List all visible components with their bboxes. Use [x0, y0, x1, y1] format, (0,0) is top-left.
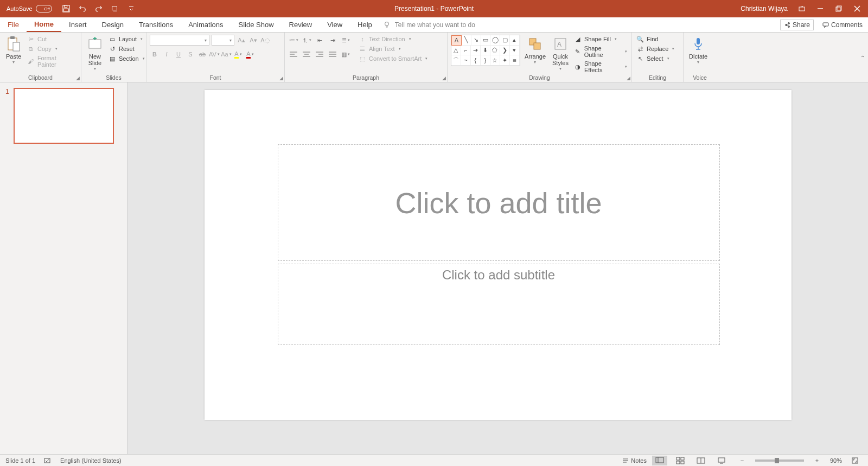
zoom-out-button[interactable]: −: [735, 456, 750, 465]
zoom-in-button[interactable]: +: [809, 456, 825, 465]
clear-formatting-icon[interactable]: A◌: [260, 35, 270, 46]
zoom-slider[interactable]: [755, 459, 804, 462]
justify-button[interactable]: [327, 49, 338, 60]
save-icon[interactable]: [62, 4, 71, 13]
strikethrough-button[interactable]: ab: [197, 49, 207, 60]
increase-font-icon[interactable]: A▴: [237, 35, 246, 46]
shape-textbox-icon[interactable]: A: [451, 35, 462, 46]
decrease-indent-button[interactable]: ⇤: [314, 35, 325, 46]
slide-canvas-area[interactable]: Click to add title Click to add subtitle: [127, 82, 868, 454]
redo-icon[interactable]: [94, 4, 103, 13]
shadow-button[interactable]: S: [186, 49, 195, 60]
italic-button[interactable]: I: [162, 49, 171, 60]
shape-arrowdown-icon[interactable]: ⬇: [481, 46, 490, 56]
shape-pentagon-icon[interactable]: ⬠: [490, 46, 500, 56]
slide-thumbnail[interactable]: [14, 88, 114, 144]
notes-button[interactable]: Notes: [622, 457, 647, 464]
dialog-launcher-icon[interactable]: ◢: [76, 75, 80, 81]
shape-line-icon[interactable]: ╲: [462, 35, 471, 46]
align-right-button[interactable]: [314, 49, 325, 60]
share-button[interactable]: Share: [780, 20, 814, 30]
numbering-button[interactable]: ⒈▾: [301, 35, 312, 46]
columns-button[interactable]: ▥▾: [340, 49, 351, 60]
quick-styles-button[interactable]: A Quick Styles▾: [550, 35, 571, 72]
shape-lshape-icon[interactable]: ⌐: [461, 46, 471, 56]
format-painter-button[interactable]: 🖌 Format Painter: [26, 54, 78, 68]
align-left-button[interactable]: [288, 49, 299, 60]
collapse-ribbon-icon[interactable]: ⌃: [860, 54, 865, 60]
tab-animations[interactable]: Animations: [181, 17, 231, 32]
bullets-button[interactable]: ≔▾: [288, 35, 299, 46]
underline-button[interactable]: U: [174, 49, 183, 60]
fit-to-window-icon[interactable]: [847, 456, 863, 465]
tab-help[interactable]: Help: [350, 17, 380, 32]
comments-button[interactable]: Comments: [822, 21, 863, 29]
slide-position[interactable]: Slide 1 of 1: [5, 457, 35, 464]
user-name[interactable]: Christian Wijaya: [741, 5, 788, 12]
shape-triangle-icon[interactable]: △: [451, 46, 461, 56]
spellcheck-icon[interactable]: [44, 457, 52, 464]
reading-view-icon[interactable]: [693, 456, 709, 465]
new-slide-button[interactable]: New Slide ▾: [85, 35, 105, 72]
slideshow-view-icon[interactable]: [714, 456, 729, 465]
dictate-button[interactable]: Dictate▾: [687, 35, 710, 66]
gallery-up-icon[interactable]: ▴: [510, 35, 520, 46]
select-button[interactable]: ↖Select▾: [635, 54, 675, 63]
dialog-launcher-icon[interactable]: ◢: [279, 75, 283, 81]
autosave-toggle[interactable]: AutoSave Off: [7, 5, 52, 12]
undo-icon[interactable]: [78, 4, 87, 13]
copy-button[interactable]: ⧉ Copy▾: [26, 44, 78, 53]
smartart-button[interactable]: ⬚Convert to SmartArt▾: [358, 54, 429, 63]
start-from-beginning-icon[interactable]: [111, 4, 119, 13]
gallery-more-icon[interactable]: ≡: [510, 55, 520, 66]
slide-sorter-view-icon[interactable]: [673, 456, 688, 465]
shape-roundrect-icon[interactable]: ▢: [500, 35, 510, 46]
shape-effects-button[interactable]: ◑Shape Effects▾: [573, 60, 628, 74]
align-text-button[interactable]: ☰Align Text▾: [358, 44, 429, 53]
shapes-gallery[interactable]: A ╲ ↘ ▭ ◯ ▢ ▴ △ ⌐ ➔ ⬇ ⬠ ❯ ▾: [451, 35, 520, 66]
font-name-input[interactable]: ▾: [150, 35, 209, 46]
text-direction-button[interactable]: ↕Text Direction▾: [358, 35, 429, 43]
shape-oval-icon[interactable]: ◯: [490, 35, 500, 46]
title-placeholder[interactable]: Click to add title: [278, 144, 720, 261]
shape-curve-icon[interactable]: ~: [461, 55, 471, 66]
language-status[interactable]: English (United States): [60, 457, 122, 464]
tell-me-search[interactable]: Tell me what you want to do: [383, 17, 475, 32]
shape-brace-left-icon[interactable]: {: [471, 55, 481, 66]
minimize-icon[interactable]: [816, 4, 825, 13]
section-button[interactable]: ▤Section▾: [107, 54, 146, 63]
subtitle-placeholder[interactable]: Click to add subtitle: [278, 264, 720, 345]
reset-button[interactable]: ↺Reset: [107, 44, 146, 53]
qat-customize-icon[interactable]: [127, 4, 136, 13]
close-icon[interactable]: [853, 4, 861, 13]
replace-button[interactable]: ⇄Replace▾: [635, 44, 675, 53]
tab-home[interactable]: Home: [27, 17, 61, 32]
layout-button[interactable]: ▭Layout▾: [107, 35, 146, 43]
tab-insert[interactable]: Insert: [61, 17, 94, 32]
highlight-button[interactable]: A▾: [233, 49, 243, 60]
slide[interactable]: Click to add title Click to add subtitle: [205, 90, 792, 420]
tab-slideshow[interactable]: Slide Show: [231, 17, 281, 32]
tab-design[interactable]: Design: [94, 17, 131, 32]
ribbon-display-icon[interactable]: [797, 4, 806, 13]
shape-star-icon[interactable]: ☆: [490, 55, 500, 66]
dialog-launcher-icon[interactable]: ◢: [442, 75, 446, 81]
decrease-font-icon[interactable]: A▾: [248, 35, 258, 46]
align-center-button[interactable]: [301, 49, 312, 60]
shape-rect-icon[interactable]: ▭: [481, 35, 491, 46]
shape-chevron-icon[interactable]: ❯: [500, 46, 510, 56]
bold-button[interactable]: B: [150, 49, 159, 60]
shape-brace-right-icon[interactable]: }: [481, 55, 490, 66]
shape-arrowright-icon[interactable]: ➔: [471, 46, 481, 56]
font-color-button[interactable]: A▾: [245, 49, 255, 60]
change-case-button[interactable]: Aa▾: [221, 49, 231, 60]
shape-outline-button[interactable]: ✎Shape Outline▾: [573, 44, 628, 59]
shape-arc-icon[interactable]: ⌒: [451, 55, 461, 66]
zoom-level[interactable]: 90%: [830, 457, 842, 464]
line-spacing-button[interactable]: ≣▾: [340, 35, 351, 46]
paste-button[interactable]: Paste ▾: [3, 35, 24, 66]
font-size-input[interactable]: ▾: [212, 35, 234, 46]
tab-view[interactable]: View: [320, 17, 350, 32]
shape-arrow-icon[interactable]: ↘: [471, 35, 481, 46]
increase-indent-button[interactable]: ⇥: [327, 35, 338, 46]
